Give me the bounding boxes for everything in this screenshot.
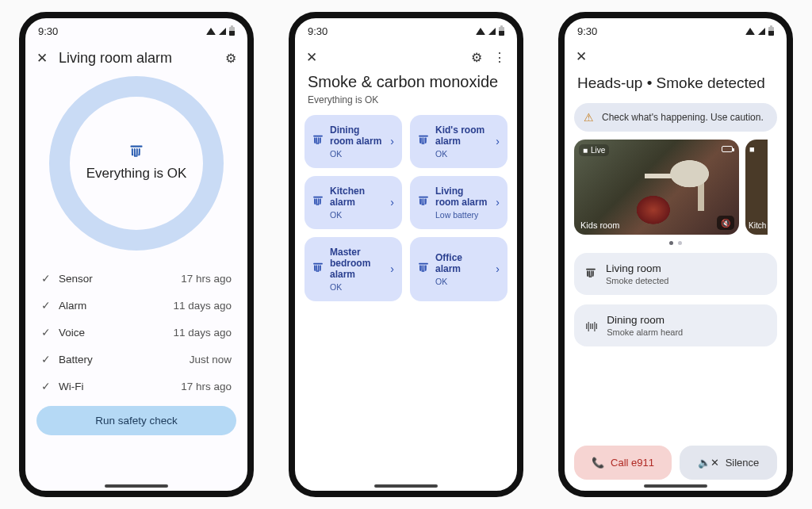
status-bar: 9:30 (565, 18, 787, 44)
nest-protect-icon (418, 262, 429, 276)
speaker-off-icon: 🔈✕ (698, 457, 719, 469)
warning-banner: ⚠ Check what's happening. Use caution. (574, 103, 777, 132)
cell-icon (219, 28, 226, 35)
nest-protect-icon (312, 134, 324, 148)
more-icon[interactable]: ⋮ (493, 50, 506, 65)
nest-protect-icon (312, 195, 324, 209)
camera-icon: ■ (749, 144, 755, 154)
page-title: Living room alarm (59, 50, 214, 67)
close-icon[interactable]: ✕ (306, 51, 317, 64)
check-icon: ✓ (41, 272, 59, 285)
alert-dining-room[interactable]: ı|ıı|ı Dining roomSmoke alarm heard (574, 304, 777, 346)
action-buttons: 📞 Call e911 🔈✕ Silence (574, 446, 777, 480)
mute-icon[interactable]: 🔇 (717, 216, 734, 230)
chevron-right-icon: › (496, 135, 500, 147)
live-badge: ■ Live (579, 144, 609, 156)
phone-living-room-alarm: 9:30 ✕ Living room alarm ⚙ Everything is… (19, 12, 254, 497)
phone-icon: 📞 (592, 457, 604, 469)
chevron-right-icon: › (496, 196, 500, 209)
sound-icon: ı|ıı|ı (585, 320, 597, 331)
check-row: ✓Wi-Fi17 hrs ago (41, 373, 232, 400)
status-icons (206, 27, 235, 36)
battery-icon (229, 27, 235, 36)
check-icon: ✓ (41, 353, 59, 365)
check-icon: ✓ (41, 326, 59, 339)
status-bar: 9:30 (25, 18, 247, 44)
alert-living-room[interactable]: Living roomSmoke detected (574, 253, 777, 295)
battery-icon (768, 27, 774, 36)
status-ring: Everything is OK (25, 73, 247, 262)
page-title: Heads-up • Smoke detected (565, 70, 787, 100)
cell-icon (488, 28, 496, 35)
camera-carousel[interactable]: ■ Live Kids room 🔇 ■ Kitch (565, 140, 787, 235)
check-icon: ✓ (41, 380, 59, 392)
chevron-right-icon: › (390, 262, 394, 275)
nest-protect-icon (585, 267, 596, 281)
chevron-right-icon: › (390, 196, 394, 209)
nest-protect-icon (418, 134, 429, 148)
gear-icon[interactable]: ⚙ (225, 51, 236, 66)
home-indicator[interactable] (105, 484, 168, 488)
wifi-icon (745, 28, 755, 35)
alarm-tile-kitchen[interactable]: Kitchen alarmOK › (304, 176, 402, 229)
battery-icon (499, 27, 504, 36)
alarm-tile-office[interactable]: Office alarmOK › (410, 237, 508, 301)
silence-button[interactable]: 🔈✕ Silence (680, 446, 777, 480)
check-icon: ✓ (41, 299, 59, 312)
close-icon[interactable]: ✕ (36, 52, 48, 65)
status-icons (476, 27, 504, 36)
home-indicator[interactable] (374, 484, 438, 488)
alarm-tile-master-bedroom[interactable]: Master bedroom alarmOK › (304, 237, 402, 301)
cell-icon (758, 28, 765, 35)
home-indicator[interactable] (644, 484, 707, 488)
nest-protect-icon (312, 262, 324, 276)
camera-name: Kids room (580, 220, 620, 230)
status-bar: 9:30 (295, 18, 517, 44)
nest-protect-icon (129, 145, 144, 161)
run-safety-check-button[interactable]: Run safety check (36, 406, 236, 435)
status-time: 9:30 (308, 25, 327, 37)
camera-battery-icon (722, 146, 733, 152)
camera-card-kids-room[interactable]: ■ Live Kids room 🔇 (574, 140, 739, 235)
check-row: ✓BatteryJust now (41, 346, 232, 373)
close-icon[interactable]: ✕ (576, 50, 587, 63)
camera-name: Kitch (749, 221, 766, 230)
status-time: 9:30 (577, 25, 597, 37)
page-subtitle: Everything is OK (295, 91, 517, 115)
nest-protect-icon (418, 195, 429, 209)
page-dot-active (669, 241, 673, 245)
check-row: ✓Alarm11 days ago (41, 292, 232, 319)
chevron-right-icon: › (390, 135, 394, 147)
header: ✕ ⚙ ⋮ (295, 44, 517, 71)
check-list: ✓Sensor17 hrs ago ✓Alarm11 days ago ✓Voi… (25, 262, 247, 400)
status-time: 9:30 (38, 25, 58, 37)
header: ✕ Living room alarm ⚙ (25, 44, 247, 73)
alarm-tile-dining-room[interactable]: Dining room alarmOK › (304, 115, 402, 168)
check-row: ✓Voice11 days ago (41, 319, 232, 346)
warning-text: Check what's happening. Use caution. (602, 112, 764, 123)
camera-card-kitchen[interactable]: ■ Kitch (745, 140, 768, 235)
status-icons (745, 27, 774, 36)
status-text: Everything is OK (86, 166, 187, 182)
camera-icon: ■ (583, 146, 588, 155)
page-title: Smoke & carbon monoxide (295, 71, 517, 91)
chevron-right-icon: › (496, 262, 500, 275)
phone-heads-up-smoke: 9:30 ✕ Heads-up • Smoke detected ⚠ Check… (558, 12, 793, 497)
wifi-icon (476, 28, 485, 35)
alarm-tile-living-room[interactable]: Living room alarmLow battery › (410, 176, 508, 229)
check-row: ✓Sensor17 hrs ago (41, 265, 232, 292)
wifi-icon (206, 28, 216, 35)
call-e911-button[interactable]: 📞 Call e911 (574, 446, 672, 480)
carousel-indicator (565, 235, 787, 248)
gear-icon[interactable]: ⚙ (471, 50, 482, 65)
page-dot (678, 241, 682, 245)
header: ✕ (565, 44, 787, 70)
warning-icon: ⚠ (584, 111, 594, 124)
alarm-tile-kids-room[interactable]: Kid's room alarmOK › (410, 115, 508, 168)
phone-smoke-co-list: 9:30 ✕ ⚙ ⋮ Smoke & carbon monoxide Every… (289, 12, 523, 497)
alarm-grid: Dining room alarmOK › Kid's room alarmOK… (295, 115, 517, 301)
